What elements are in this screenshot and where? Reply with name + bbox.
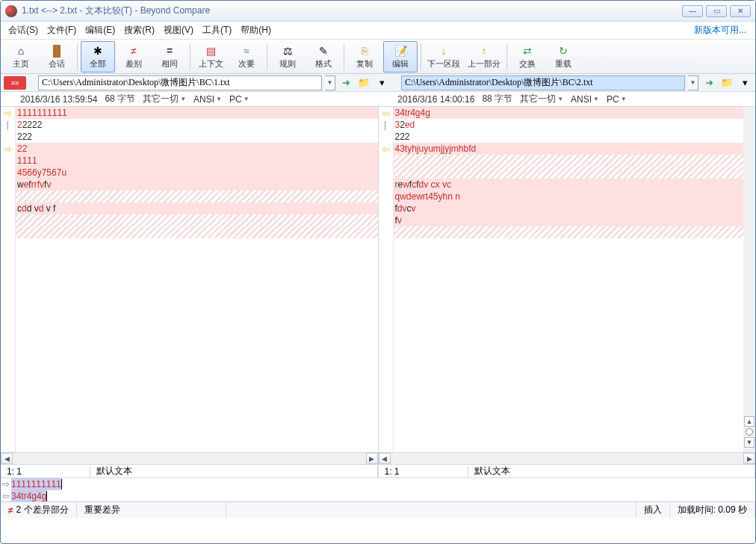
menu-search[interactable]: 搜索(R) [120, 22, 159, 39]
toolbar-rules[interactable]: ⚖规则 [270, 41, 305, 72]
code-line[interactable]: fv [394, 214, 756, 226]
right-encoding[interactable]: ANSI▼ [571, 94, 599, 105]
left-history-icon[interactable]: ▾ [374, 75, 389, 90]
toolbar-edit[interactable]: 📝编辑 [383, 41, 418, 72]
menu-tools[interactable]: 工具(T) [198, 22, 236, 39]
toolbar-prev-diff[interactable]: ↑上一部分 [465, 41, 504, 72]
diff-arrow-icon: ⇦ [382, 143, 390, 155]
code-line[interactable]: cdd vd v f [16, 203, 378, 214]
toolbar-next-diff[interactable]: ↓下一区段 [424, 41, 463, 72]
update-link[interactable]: 新版本可用... [688, 22, 752, 39]
left-infobar: 2016/3/16 13:59:54 68 字节 其它一切▼ ANSI▼ PC▼ [1, 92, 378, 107]
left-other[interactable]: 其它一切▼ [143, 93, 186, 105]
code-line[interactable]: 4566y7567u [16, 167, 378, 179]
minor-icon: ≈ [240, 44, 253, 58]
menu-view[interactable]: 视图(V) [159, 22, 198, 39]
merge-arrow-right-icon: ⇨ [1, 478, 11, 490]
code-line[interactable] [16, 191, 378, 203]
arrow-down-icon: ↓ [437, 44, 450, 58]
toolbar-context[interactable]: ▤上下文 [193, 41, 228, 72]
right-platform[interactable]: PC▼ [607, 94, 627, 105]
swap-icon: ⇄ [521, 44, 534, 58]
merge-preview[interactable]: ⇨1111111111 ⇦34tr4g4g [1, 477, 755, 501]
minimize-button[interactable]: — [682, 5, 703, 17]
toolbar-format[interactable]: ✎格式 [306, 41, 341, 72]
right-mode: 默认文本 [468, 465, 756, 477]
right-other[interactable]: 其它一切▼ [520, 93, 563, 105]
left-size: 68 字节 [105, 93, 135, 105]
right-size: 88 字节 [482, 93, 512, 105]
menu-help[interactable]: 帮助(H) [236, 22, 276, 39]
menu-file[interactable]: 文件(F) [43, 22, 81, 39]
code-line[interactable] [394, 155, 756, 167]
menu-session[interactable]: 会话(S) [4, 22, 43, 39]
code-line[interactable]: 1111111111 [16, 107, 378, 119]
code-line[interactable] [16, 226, 378, 238]
code-line[interactable]: 222 [394, 131, 756, 143]
code-line[interactable]: rewfcfdv cx vc [394, 179, 756, 191]
code-line[interactable]: 22 [16, 143, 378, 155]
diff-arrow-icon: ⇨ [4, 108, 12, 119]
code-line[interactable]: 22222 [16, 119, 378, 131]
toolbar-swap[interactable]: ⇄交换 [510, 41, 545, 72]
toolbar-reload[interactable]: ↻重载 [546, 41, 580, 72]
right-hscroll[interactable]: ◀▶ [379, 452, 756, 464]
compare-mode-icon[interactable]: ≡≡ [4, 76, 26, 90]
code-line[interactable]: 34tr4g4g [394, 107, 756, 119]
merge-arrow-left-icon: ⇦ [1, 490, 11, 502]
left-path-dropdown[interactable]: ▼ [325, 75, 335, 90]
code-line[interactable]: 222 [16, 131, 378, 143]
scroll-thumb-icon[interactable] [746, 428, 753, 436]
code-line[interactable] [16, 214, 378, 226]
left-hscroll[interactable]: ◀▶ [1, 452, 378, 464]
left-mode: 默认文本 [90, 465, 378, 477]
right-path-dropdown[interactable]: ▼ [688, 75, 698, 90]
notequal-status-icon: ≠ [8, 505, 13, 516]
left-code-area[interactable]: 1111111111222222222211114566y7567uwefrrf… [16, 107, 378, 452]
left-platform[interactable]: PC▼ [229, 94, 250, 105]
toolbar-home[interactable]: ⌂主页 [4, 41, 38, 72]
code-line[interactable] [394, 226, 756, 238]
code-line[interactable]: fdvcv [394, 203, 756, 214]
window-title: 1.txt <--> 2.txt - 文本比较(T) - Beyond Comp… [22, 4, 682, 17]
right-code-area[interactable]: 34tr4g4g32ed22243tyhjuyumjjyjmhbfdrewfcf… [394, 107, 756, 452]
close-button[interactable]: ✕ [730, 5, 751, 17]
menu-edit[interactable]: 编辑(E) [81, 22, 120, 39]
vscroll-controls[interactable]: ▲ ▼ [743, 107, 755, 452]
left-path-input[interactable] [38, 75, 322, 90]
code-line[interactable]: qwdewrt45yhn n [394, 191, 756, 203]
maximize-button[interactable]: ▭ [706, 5, 727, 17]
reload-icon: ↻ [557, 44, 570, 58]
scroll-up-icon[interactable]: ▲ [744, 416, 755, 427]
left-encoding[interactable]: ANSI▼ [193, 94, 222, 105]
app-icon [5, 5, 17, 17]
left-cursor-pos: 1: 1 [1, 466, 90, 477]
pathbar: ≡≡ ▼ ➜ 📁 ▾ ▼ ➜ 📁 ▾ [1, 74, 755, 92]
right-timestamp: 2016/3/16 14:00:16 [397, 94, 474, 105]
left-open-folder-icon[interactable]: 📁 [356, 75, 371, 90]
compare-panes: ⇨│⇨ 1111111111222222222211114566y7567uwe… [1, 107, 755, 477]
toolbar-diffs[interactable]: ≠差别 [117, 41, 151, 72]
right-open-folder-icon[interactable]: 📁 [719, 75, 734, 90]
toolbar-same[interactable]: =相同 [152, 41, 187, 72]
right-browse-icon[interactable]: ➜ [701, 75, 716, 90]
toolbar-copy[interactable]: ⎘复制 [347, 41, 382, 72]
code-line[interactable]: 43tyhjuyumjjyjmhbfd [394, 143, 756, 155]
toolbar-all[interactable]: ✱全部 [81, 41, 115, 72]
code-line[interactable]: wefrrfvfv [16, 179, 378, 191]
code-line[interactable] [394, 167, 756, 179]
scroll-down-icon[interactable]: ▼ [744, 437, 755, 448]
code-line[interactable]: 1111 [16, 155, 378, 167]
code-line[interactable]: 32ed [394, 119, 756, 131]
merge-row1: 1111111111 [11, 479, 61, 489]
notequal-icon: ≠ [127, 44, 140, 58]
left-browse-icon[interactable]: ➜ [338, 75, 353, 90]
toolbar-minor[interactable]: ≈次要 [229, 41, 264, 72]
toolbar-sessions[interactable]: ▐▌会话 [40, 41, 74, 72]
context-icon: ▤ [204, 44, 217, 58]
left-gutter: ⇨│⇨ [1, 107, 16, 452]
right-history-icon[interactable]: ▾ [737, 75, 752, 90]
right-path-input[interactable] [401, 75, 685, 90]
titlebar: 1.txt <--> 2.txt - 文本比较(T) - Beyond Comp… [1, 1, 755, 22]
diff-arrow-icon: ⇦ [382, 108, 390, 119]
